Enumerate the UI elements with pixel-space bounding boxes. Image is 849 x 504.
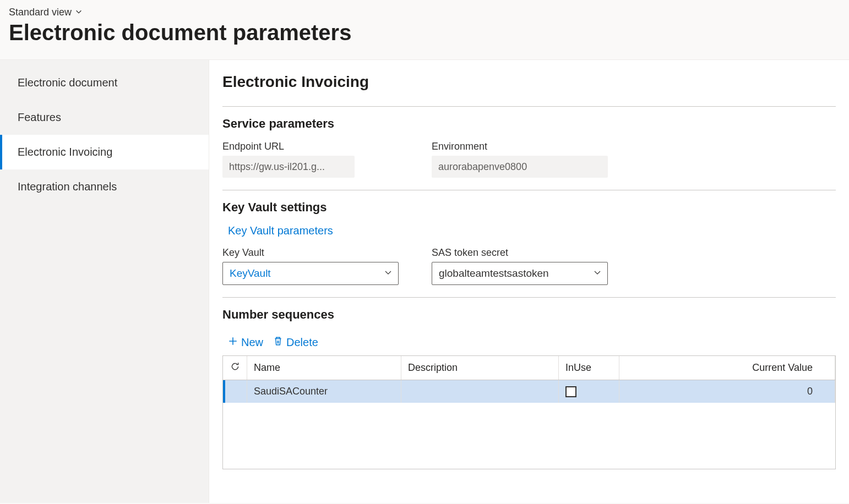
sidebar-item-electronic-invoicing[interactable]: Electronic Invoicing <box>0 135 209 169</box>
sidebar-item-label: Electronic Invoicing <box>18 146 112 158</box>
sidebar: Electronic document Features Electronic … <box>0 60 209 503</box>
section-title: Key Vault settings <box>222 200 836 215</box>
cell-name[interactable]: SaudiSACounter <box>247 380 401 403</box>
delete-button[interactable]: Delete <box>273 336 318 349</box>
sidebar-item-label: Features <box>18 111 61 123</box>
chevron-down-icon <box>593 267 602 280</box>
chevron-down-icon <box>75 7 83 18</box>
field-endpoint-url: Endpoint URL https://gw.us-il201.g... <box>222 141 399 178</box>
section-number-sequences: Number sequences New Delete <box>222 297 836 481</box>
section-title: Number sequences <box>222 308 836 322</box>
cell-description[interactable] <box>401 380 559 403</box>
field-label: SAS token secret <box>432 247 608 259</box>
grid-toolbar: New Delete <box>222 332 836 355</box>
field-sas-token: SAS token secret globalteamtestsastoken <box>432 247 608 285</box>
checkbox-icon[interactable] <box>565 386 576 397</box>
chevron-down-icon <box>384 267 393 280</box>
table-row[interactable]: SaudiSACounter 0 <box>223 380 835 403</box>
select-value: KeyVault <box>230 267 271 280</box>
grid-header-row: Name Description InUse Current Value <box>223 356 835 380</box>
button-label: Delete <box>286 336 318 349</box>
button-label: New <box>241 336 263 349</box>
row-selector[interactable] <box>225 380 247 403</box>
col-header-name[interactable]: Name <box>247 356 401 380</box>
view-toggle[interactable]: Standard view <box>9 7 83 18</box>
new-button[interactable]: New <box>228 336 263 349</box>
field-label: Environment <box>432 141 608 152</box>
cell-inuse[interactable] <box>559 380 619 403</box>
cell-current-value[interactable]: 0 <box>619 380 835 403</box>
field-key-vault: Key Vault KeyVault <box>222 247 399 285</box>
sas-token-select[interactable]: globalteamtestsastoken <box>432 262 608 285</box>
view-toggle-label: Standard view <box>9 7 72 18</box>
field-label: Key Vault <box>222 247 399 259</box>
section-service-parameters: Service parameters Endpoint URL https://… <box>222 106 836 190</box>
col-header-inuse[interactable]: InUse <box>559 356 619 380</box>
page-title: Electronic document parameters <box>9 20 840 45</box>
main-content: Electronic Invoicing Service parameters … <box>209 60 849 503</box>
grid-empty-area <box>223 403 835 469</box>
environment-value: aurorabapenve0800 <box>432 156 608 178</box>
key-vault-select[interactable]: KeyVault <box>222 262 399 285</box>
number-sequences-grid: Name Description InUse Current Value Sau… <box>222 355 836 469</box>
refresh-column-header[interactable] <box>223 356 247 380</box>
plus-icon <box>228 336 238 349</box>
field-label: Endpoint URL <box>222 141 399 152</box>
select-value: globalteamtestsastoken <box>439 267 549 280</box>
endpoint-url-value: https://gw.us-il201.g... <box>222 156 355 178</box>
section-title: Service parameters <box>222 117 836 131</box>
col-header-description[interactable]: Description <box>401 356 559 380</box>
refresh-icon <box>230 361 240 374</box>
sidebar-item-integration-channels[interactable]: Integration channels <box>0 169 209 204</box>
key-vault-parameters-link[interactable]: Key Vault parameters <box>228 224 333 237</box>
section-key-vault: Key Vault settings Key Vault parameters … <box>222 190 836 297</box>
trash-icon <box>273 336 283 349</box>
col-header-current-value[interactable]: Current Value <box>619 356 835 380</box>
sidebar-item-label: Electronic document <box>18 76 117 89</box>
sidebar-item-electronic-document[interactable]: Electronic document <box>0 65 209 100</box>
sidebar-item-features[interactable]: Features <box>0 100 209 135</box>
field-environment: Environment aurorabapenve0800 <box>432 141 608 178</box>
sidebar-item-label: Integration channels <box>18 180 117 193</box>
main-title: Electronic Invoicing <box>222 73 836 91</box>
